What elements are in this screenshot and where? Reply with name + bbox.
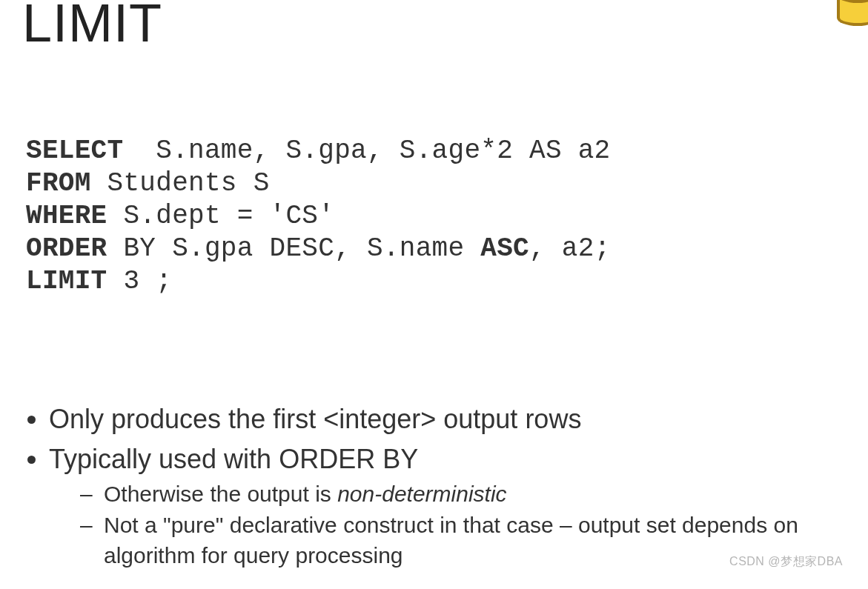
code-text: , a2; (529, 233, 611, 264)
watermark: CSDN @梦想家DBA (729, 554, 843, 570)
keyword-from: FROM (26, 168, 91, 199)
keyword-asc: ASC (480, 233, 529, 264)
sql-code-block: SELECT S.name, S.gpa, S.age*2 AS a2 FROM… (26, 135, 846, 298)
database-icon (837, 0, 868, 36)
bullet-item: Only produces the first <integer> output… (49, 402, 846, 438)
keyword-select: SELECT (26, 136, 123, 166)
code-text: S.dept = 'CS' (107, 201, 335, 231)
sub-text: Otherwise the output is (104, 482, 337, 506)
code-text: BY S.gpa DESC, S.name (107, 233, 481, 264)
bullet-item: Typically used with ORDER BY Otherwise t… (49, 442, 846, 570)
code-text: 3 ; (107, 266, 173, 296)
sub-bullet-item: Otherwise the output is non-deterministi… (80, 479, 846, 510)
keyword-order: ORDER (26, 233, 107, 264)
keyword-limit: LIMIT (26, 266, 107, 296)
page-title: LIMIT (22, 0, 846, 53)
bullet-list: Only produces the first <integer> output… (49, 402, 846, 571)
slide: LIMIT SELECT S.name, S.gpa, S.age*2 AS a… (0, 0, 868, 582)
code-text: S.name, S.gpa, S.age*2 AS a2 (123, 136, 610, 166)
keyword-where: WHERE (26, 201, 107, 231)
emphasis-text: non-deterministic (337, 482, 506, 506)
code-text: Students S (91, 168, 270, 199)
bullet-text: Typically used with ORDER BY (49, 444, 418, 474)
